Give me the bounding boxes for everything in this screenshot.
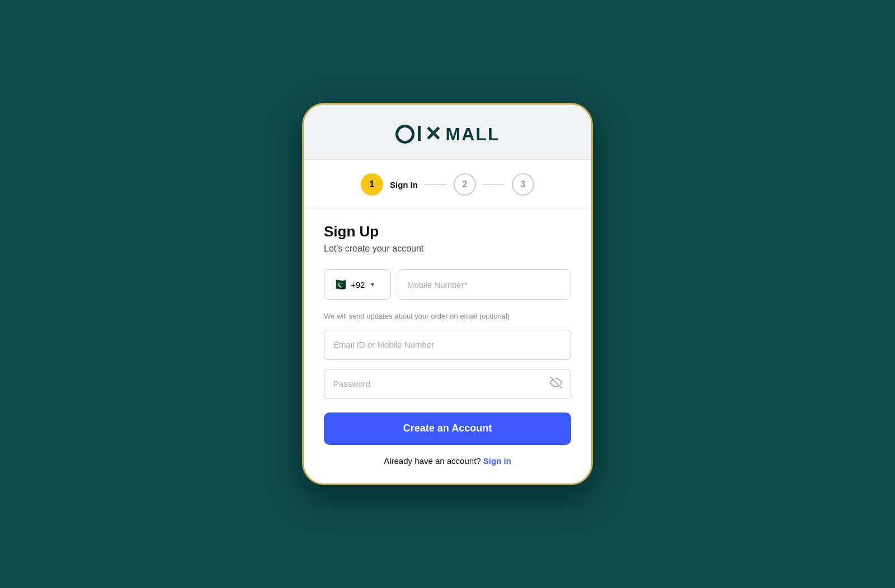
logo-mall: MALL [446,124,500,145]
header: l ✕ MALL [304,105,591,160]
stepper-divider-1 [425,184,447,185]
create-account-button[interactable]: Create an Account [324,412,571,445]
phone-row: 🇵🇰 +92 ▼ [324,269,571,300]
form-title: Sign Up [324,223,571,240]
stepper: 1 Sign In 2 3 [304,160,591,207]
pakistan-flag-icon: 🇵🇰 [332,278,346,291]
step-3-circle: 3 [512,173,534,196]
step-1-label: Sign In [390,180,418,189]
signin-prompt: Already have an account? [384,456,481,466]
logo-l: l [417,122,422,146]
form-subtitle: Let's create your account [324,244,571,254]
step-1-circle: 1 [361,173,383,196]
phone-modal: l ✕ MALL 1 Sign In 2 3 Sign Up Let's cre… [302,103,593,485]
step-2-circle: 2 [454,173,476,196]
email-input[interactable] [324,330,571,360]
email-hint: We will send updates about your order on… [324,311,571,322]
mobile-number-input[interactable] [398,269,571,300]
logo-o-circle [395,125,414,144]
password-wrapper [324,369,571,399]
country-code: +92 [351,280,365,290]
signin-link[interactable]: Sign in [483,456,511,466]
stepper-divider-2 [483,184,505,185]
logo: l ✕ MALL [395,122,500,146]
form-content: Sign Up Let's create your account 🇵🇰 +92… [304,207,591,483]
password-input[interactable] [324,369,571,399]
signin-row: Already have an account? Sign in [324,456,571,466]
logo-x: ✕ [425,122,441,146]
country-selector[interactable]: 🇵🇰 +92 ▼ [324,269,391,300]
eye-off-icon[interactable] [550,376,562,391]
chevron-down-icon: ▼ [369,281,375,288]
